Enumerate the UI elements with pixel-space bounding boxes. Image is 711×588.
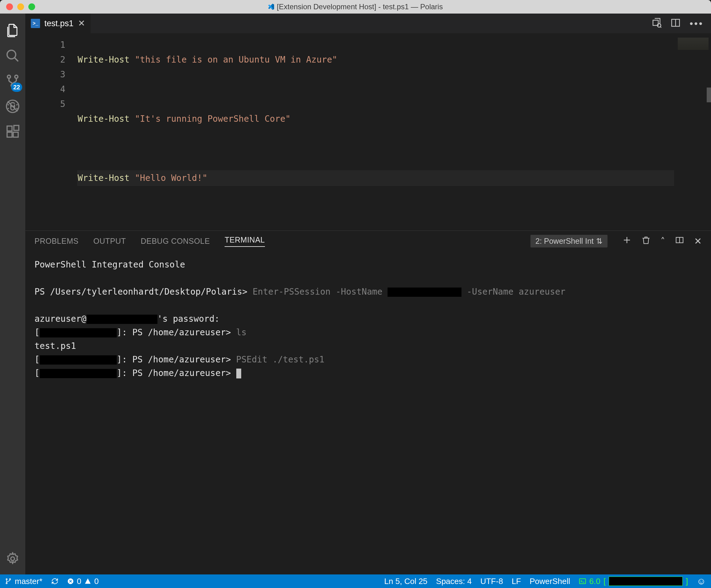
more-actions-icon[interactable]: ••• (689, 18, 704, 29)
powershell-icon (579, 578, 586, 585)
svg-rect-24 (579, 579, 586, 584)
sync-icon (51, 578, 59, 585)
status-indentation[interactable]: Spaces: 4 (436, 576, 472, 586)
panel-tab-terminal[interactable]: TERMINAL (224, 235, 265, 247)
activity-bar: 22 (0, 14, 25, 574)
no-bug-icon (5, 99, 20, 114)
terminal-banner: PowerShell Integrated Console (35, 258, 702, 272)
activity-source-control[interactable]: 22 (0, 68, 25, 94)
svg-rect-8 (13, 132, 18, 137)
terminal-selector[interactable]: 2: PowerShell Int ⇅ (531, 235, 607, 248)
status-sync[interactable] (51, 578, 59, 585)
terminal-cursor (236, 369, 241, 378)
tab-label: test.ps1 (44, 19, 73, 28)
powershell-file-icon: >_ (31, 19, 40, 28)
editor-tabs: >_ test.ps1 ✕ ••• (25, 14, 711, 33)
redacted-session (40, 369, 117, 378)
redacted-status (609, 576, 683, 586)
panel-tab-problems[interactable]: PROBLEMS (35, 237, 79, 246)
activity-extensions[interactable] (0, 119, 25, 144)
new-terminal-button[interactable] (622, 235, 631, 247)
activity-search[interactable] (0, 43, 25, 68)
compare-changes-icon[interactable] (651, 18, 662, 29)
tab-test-ps1[interactable]: >_ test.ps1 ✕ (25, 14, 91, 33)
svg-line-1 (15, 58, 18, 61)
redacted-hostname (388, 288, 461, 297)
error-icon (67, 578, 74, 585)
svg-line-13 (661, 27, 662, 28)
status-problems[interactable]: 0 0 (67, 576, 99, 586)
window-close-button[interactable] (6, 3, 13, 10)
bottom-panel: PROBLEMS OUTPUT DEBUG CONSOLE TERMINAL 2… (25, 231, 711, 574)
redacted-session (40, 328, 117, 337)
window-maximize-button[interactable] (28, 3, 35, 10)
chevron-updown-icon: ⇅ (596, 237, 603, 246)
panel-tab-output[interactable]: OUTPUT (93, 237, 126, 246)
source-control-badge: 22 (11, 83, 22, 92)
svg-rect-6 (7, 126, 12, 131)
branch-icon (5, 578, 12, 585)
svg-rect-9 (14, 125, 19, 130)
status-bar: master* 0 0 Ln 5, Col 25 Spaces: 4 UTF-8… (0, 574, 711, 588)
vscode-icon (268, 4, 275, 10)
svg-point-3 (15, 75, 18, 78)
split-editor-icon[interactable] (670, 18, 681, 29)
maximize-panel-button[interactable]: ˄ (661, 236, 665, 247)
close-panel-button[interactable]: ✕ (694, 236, 702, 247)
svg-point-0 (7, 50, 16, 59)
code-editor[interactable]: 1 2 3 4 5 Write-Host "this file is on an… (25, 33, 711, 231)
window-minimize-button[interactable] (17, 3, 24, 10)
status-encoding[interactable]: UTF-8 (480, 576, 503, 586)
extensions-icon (5, 124, 20, 139)
svg-point-22 (6, 583, 7, 584)
redacted-host (87, 315, 157, 324)
gear-icon (5, 551, 20, 566)
status-powershell-version[interactable]: 6.0 [] (579, 576, 688, 586)
status-eol[interactable]: LF (512, 576, 521, 586)
split-terminal-button[interactable] (675, 235, 684, 247)
minimap[interactable] (674, 33, 711, 231)
code-area[interactable]: Write-Host "this file is on an Ubuntu VM… (78, 33, 674, 231)
line-gutter: 1 2 3 4 5 (25, 33, 78, 231)
window-title: [Extension Development Host] - test.ps1 … (268, 2, 443, 11)
terminal[interactable]: PowerShell Integrated Console PS /Users/… (25, 251, 711, 574)
scroll-indicator (707, 87, 711, 102)
svg-rect-7 (7, 132, 12, 137)
titlebar: [Extension Development Host] - test.ps1 … (0, 0, 711, 14)
search-icon (5, 48, 20, 63)
warning-icon (84, 578, 91, 585)
activity-settings[interactable] (0, 546, 25, 571)
status-feedback[interactable]: ☺ (696, 576, 706, 586)
activity-explorer[interactable] (0, 18, 25, 43)
panel-tab-debug-console[interactable]: DEBUG CONSOLE (141, 237, 210, 246)
svg-point-20 (6, 579, 7, 580)
kill-terminal-button[interactable] (641, 235, 651, 247)
activity-debug[interactable] (0, 94, 25, 119)
svg-point-2 (7, 75, 10, 78)
redacted-session (40, 355, 117, 364)
status-language[interactable]: PowerShell (530, 576, 570, 586)
status-branch[interactable]: master* (5, 576, 43, 586)
tab-close-button[interactable]: ✕ (78, 19, 85, 28)
files-icon (5, 23, 20, 38)
svg-point-21 (9, 579, 11, 580)
svg-point-10 (11, 557, 15, 561)
status-cursor-position[interactable]: Ln 5, Col 25 (384, 576, 427, 586)
